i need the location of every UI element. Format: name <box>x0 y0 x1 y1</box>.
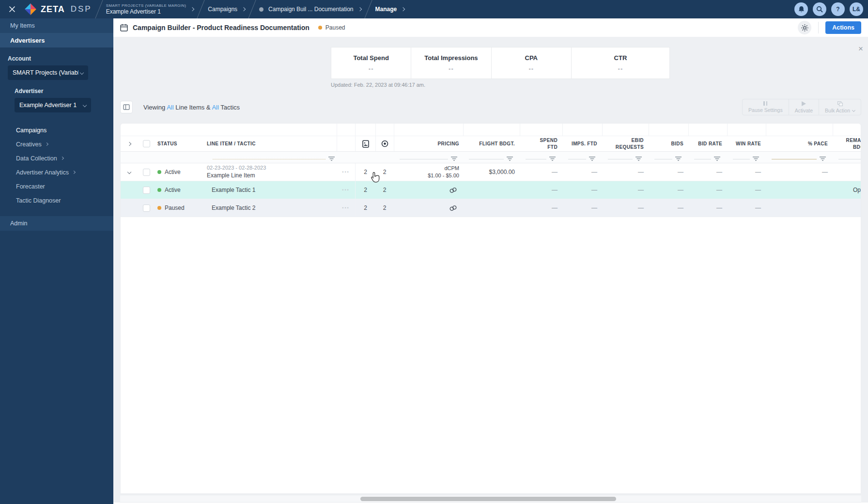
filter-icon[interactable] <box>549 157 556 161</box>
col-header-flight-budget[interactable]: FLIGHT BDGT. <box>463 136 520 151</box>
win-rate-filter-input[interactable] <box>733 159 750 159</box>
more-options-icon[interactable]: ••• <box>342 170 349 174</box>
col-header-ebid-requests[interactable]: EBID REQUESTS <box>602 136 649 151</box>
user-avatar[interactable]: L& <box>850 2 863 16</box>
sidebar-item-forecaster[interactable]: Forecaster <box>0 179 113 193</box>
status-label: Active <box>165 169 181 175</box>
creative-file-icon <box>362 140 369 148</box>
line-item-filter-input[interactable] <box>213 159 326 159</box>
bids-value: — <box>678 187 683 193</box>
breadcrumb-campaigns[interactable]: Campaigns <box>208 6 245 13</box>
pause-settings-button[interactable]: Pause Settings <box>743 99 789 115</box>
zeta-dsp-logo[interactable]: ZETA DSP <box>24 3 92 16</box>
notifications-button[interactable] <box>794 2 808 16</box>
status-label: Active <box>165 187 181 193</box>
table-row-tactic-2[interactable]: Paused Example Tactic 2 ••• 2 2 — — — <box>121 199 861 217</box>
filter-icon[interactable] <box>507 157 513 161</box>
filter-icon[interactable] <box>328 157 335 161</box>
filter-icon[interactable] <box>636 157 642 161</box>
filter-icon[interactable] <box>451 157 457 161</box>
bulk-action-button[interactable]: Bulk Action <box>819 99 861 115</box>
help-button[interactable]: ? <box>831 2 845 16</box>
bids-filter-input[interactable] <box>654 159 672 159</box>
sidebar-item-campaigns[interactable]: Campaigns <box>0 123 113 137</box>
filter-icon[interactable] <box>714 157 720 161</box>
col-header-creatives[interactable] <box>355 136 375 151</box>
filter-icon[interactable] <box>820 157 826 161</box>
sidebar-item-admin[interactable]: Admin <box>0 216 113 231</box>
breadcrumb-manage-label: Manage <box>375 6 397 13</box>
pace-filter-input[interactable] <box>772 159 817 159</box>
win-rate-value: — <box>755 205 761 211</box>
advertiser-select[interactable]: Example Advertiser 1 <box>15 98 91 112</box>
table-row-tactic-1[interactable]: Active Example Tactic 1 ••• 2 2 — — — <box>121 181 861 199</box>
col-header-win-rate[interactable]: WIN RATE <box>727 136 766 151</box>
creatives-count[interactable]: 2 <box>364 187 367 193</box>
sidebar-item-creatives[interactable]: Creatives <box>0 137 113 151</box>
creatives-count[interactable]: 2 <box>364 205 367 211</box>
scrollbar-thumb[interactable] <box>360 497 616 501</box>
all-tactics-link[interactable]: All <box>212 104 218 111</box>
col-header-bids[interactable]: BIDS <box>649 136 688 151</box>
all-line-items-link[interactable]: All <box>167 104 173 111</box>
targets-count[interactable]: 2 <box>383 187 387 193</box>
col-header-status[interactable]: STATUS <box>155 136 206 151</box>
imps-ftd-filter-input[interactable] <box>568 159 586 159</box>
breadcrumb-advertiser[interactable]: SMART PROJECTS (VARIABLE MARGIN) Example… <box>106 3 194 15</box>
breadcrumb-campaign[interactable]: Campaign Buil ... Documentation <box>259 6 361 13</box>
settings-button[interactable] <box>798 21 811 34</box>
col-header-targets[interactable] <box>375 136 394 151</box>
close-stats-icon[interactable]: × <box>858 45 863 53</box>
bids-value: — <box>678 169 683 175</box>
targets-count[interactable]: 2 <box>383 205 387 211</box>
filter-icon[interactable] <box>675 157 682 161</box>
search-button[interactable] <box>813 2 826 16</box>
expand-all-icon[interactable] <box>127 142 131 145</box>
sidebar-item-advertisers[interactable]: Advertisers <box>0 33 113 47</box>
more-options-icon[interactable]: ••• <box>342 188 349 192</box>
filter-icon[interactable] <box>589 157 595 161</box>
tactic-name[interactable]: Example Tactic 2 <box>207 205 256 211</box>
breadcrumb-manage[interactable]: Manage <box>375 6 405 13</box>
col-header-line-item[interactable]: LINE ITEM / TACTIC <box>206 136 337 151</box>
remaining-filter-input[interactable] <box>838 159 861 159</box>
collapse-row-icon[interactable] <box>127 170 131 174</box>
panel-toggle-button[interactable] <box>120 101 133 113</box>
flight-budget-filter-input[interactable] <box>469 159 504 159</box>
more-options-icon[interactable]: ••• <box>342 205 349 210</box>
breadcrumb-separator <box>197 0 205 18</box>
col-header-pace[interactable]: % PACE <box>766 136 833 151</box>
ebid-requests-filter-input[interactable] <box>608 159 633 159</box>
sidebar-item-advertiser-analytics[interactable]: Advertiser Analytics <box>0 165 113 179</box>
select-all-checkbox[interactable] <box>143 140 150 147</box>
account-select[interactable]: SMART Projects (Variable M... <box>8 65 88 80</box>
filter-icon[interactable] <box>753 157 759 161</box>
tactic-name[interactable]: Example Tactic 1 <box>207 187 256 193</box>
targets-count[interactable]: 2 <box>383 169 387 175</box>
col-header-pricing[interactable]: PRICING <box>394 136 463 151</box>
sidebar-item-my-items[interactable]: My Items <box>0 18 113 33</box>
actions-button[interactable]: Actions <box>825 21 861 34</box>
horizontal-scrollbar[interactable] <box>120 495 861 503</box>
top-navigation-bar: ZETA DSP SMART PROJECTS (VARIABLE MARGIN… <box>0 0 868 18</box>
col-header-remaining-budget[interactable]: REMAINING BDGT. <box>833 136 861 151</box>
creatives-count[interactable]: 2 <box>364 169 367 175</box>
close-icon[interactable] <box>4 0 20 18</box>
col-header-imps-ftd[interactable]: IMPS. FTD <box>562 136 602 151</box>
sidebar-item-data-collection[interactable]: Data Collection <box>0 151 113 165</box>
activate-button[interactable]: Activate <box>789 99 819 115</box>
sidebar-item-tactic-diagnoser[interactable]: Tactic Diagnoser <box>0 193 113 207</box>
col-header-bid-rate[interactable]: BID RATE <box>688 136 727 151</box>
line-item-name[interactable]: Example Line Item <box>207 172 266 180</box>
col-header-spend-ftd[interactable]: SPEND FTD <box>520 136 562 151</box>
spend-ftd-filter-input[interactable] <box>526 159 546 159</box>
pricing-filter-input[interactable] <box>400 159 448 159</box>
row-checkbox[interactable] <box>143 187 150 194</box>
link-icon <box>448 186 458 194</box>
table-row-line-item[interactable]: Active 02-23-2023 - 02-28-2023 Example L… <box>121 163 861 181</box>
bid-rate-filter-input[interactable] <box>694 159 711 159</box>
row-checkbox[interactable] <box>143 169 150 176</box>
activate-label: Activate <box>795 108 813 113</box>
row-checkbox[interactable] <box>143 205 150 212</box>
bulk-action-icon <box>837 101 843 106</box>
